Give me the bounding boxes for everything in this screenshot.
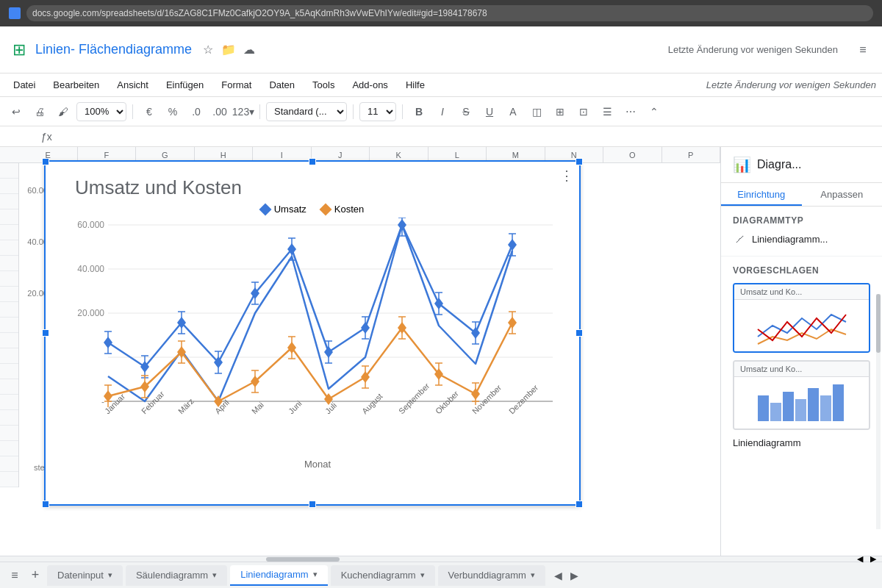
svg-text:März: März	[176, 396, 196, 415]
svg-text:40.000: 40.000	[77, 264, 104, 274]
legend-umsatz-icon	[259, 203, 271, 215]
hamburger-icon[interactable]: ≡	[856, 43, 870, 57]
undo-btn[interactable]: ↩	[6, 101, 26, 122]
svg-text:-: -	[101, 397, 104, 407]
scroll-left-btn[interactable]: ◀	[854, 553, 866, 565]
menu-daten[interactable]: Daten	[262, 76, 302, 93]
merge-btn[interactable]: ⊡	[573, 101, 594, 122]
suggested-card-2-body[interactable]	[734, 377, 869, 429]
hamburger-sheets-icon[interactable]: ≡	[6, 567, 24, 584]
add-sheet-btn[interactable]: +	[26, 567, 44, 584]
tab-nav-left[interactable]: ◀	[551, 568, 566, 583]
handle-mid-right[interactable]	[576, 329, 583, 337]
last-saved-menu: Letzte Änderung vor wenigen Sekunden	[706, 79, 876, 90]
legend-kosten-icon	[319, 203, 331, 215]
menu-format[interactable]: Format	[214, 76, 259, 93]
chart-type-name: Liniendiagramm...	[752, 234, 828, 245]
svg-rect-137	[758, 395, 769, 421]
suggested-card-1-body[interactable]	[734, 300, 869, 351]
suggested-label: VORGESCHLAGEN	[733, 265, 870, 276]
bold-btn[interactable]: B	[409, 101, 429, 122]
menu-hilfe[interactable]: Hilfe	[398, 76, 432, 93]
collapse-btn[interactable]: ⌃	[644, 101, 664, 122]
menu-bearbeiten[interactable]: Bearbeiten	[46, 76, 107, 93]
text-color-btn[interactable]: A	[503, 101, 523, 122]
italic-btn[interactable]: I	[432, 101, 453, 122]
scroll-right-btn[interactable]: ▶	[867, 553, 879, 565]
toolbar: ↩ 🖨 🖌 100% € % .0 .00 123▾ Standard (...…	[0, 97, 882, 126]
handle-top-mid[interactable]	[309, 158, 316, 165]
more-btn[interactable]: ⋯	[620, 101, 641, 122]
align-btn[interactable]: ☰	[597, 101, 617, 122]
tab-anpassen[interactable]: Anpassen	[802, 183, 883, 206]
dec2-btn[interactable]: .00	[209, 101, 230, 122]
tab-einrichtung[interactable]: Einrichtung	[721, 183, 802, 206]
doc-action-icons: ☆ 📁 ☁	[201, 43, 257, 57]
font-style-select[interactable]: Standard (...	[266, 102, 347, 121]
star-icon[interactable]: ☆	[201, 43, 215, 57]
menu-tools[interactable]: Tools	[305, 76, 342, 93]
legend-kosten: Kosten	[321, 204, 364, 215]
svg-marker-109	[434, 298, 443, 309]
chart-menu-btn[interactable]: ⋮	[560, 168, 573, 184]
diagram-type-section: Diagrammtyp ⟋ Liniendiagramm...	[721, 207, 882, 257]
handle-bottom-mid[interactable]	[309, 501, 316, 508]
legend-kosten-label: Kosten	[334, 204, 364, 215]
bottom-bar: ≡ + Dateninput ▾ Säulendiagramm ▾ Linien…	[0, 562, 882, 588]
handle-top-left[interactable]	[42, 158, 49, 165]
svg-text:Februar: Februar	[140, 389, 166, 415]
formula-input[interactable]	[58, 131, 876, 142]
svg-text:Dezember: Dezember	[507, 383, 540, 416]
tab-kuchendiagramm[interactable]: Kuchendiagramm ▾	[331, 565, 435, 586]
menu-einfuegen[interactable]: Einfügen	[159, 76, 211, 93]
folder-icon[interactable]: 📁	[221, 43, 236, 57]
sidebar-tabs: Einrichtung Anpassen	[721, 183, 882, 207]
menu-ansicht[interactable]: Ansicht	[110, 76, 156, 93]
header-icons: ⊞	[12, 43, 26, 57]
zoom-select[interactable]: 100%	[76, 102, 126, 121]
col-p: P	[662, 147, 721, 162]
suggested-card-1[interactable]: Umsatz und Ko...	[733, 283, 870, 353]
app-header: ⊞ Linien- Flächendiagramme ☆ 📁 ☁ Letzte …	[0, 26, 882, 74]
h-scrollbar[interactable]: ◀ ▶	[0, 556, 882, 562]
h-scrollbar-thumb[interactable]	[266, 557, 340, 562]
sidebar-scrollbar-thumb[interactable]	[876, 294, 881, 353]
svg-rect-142	[820, 395, 831, 421]
handle-top-right[interactable]	[576, 158, 583, 165]
handle-mid-left[interactable]	[42, 329, 49, 337]
paint-format-btn[interactable]: 🖌	[53, 101, 74, 122]
sidebar-scrollbar-track[interactable]	[876, 294, 881, 529]
fill-color-btn[interactable]: ◫	[526, 101, 547, 122]
formula-bar: ƒx	[0, 126, 882, 147]
suggested-card-2[interactable]: Umsatz und Ko...	[733, 360, 870, 430]
tab-liniendiagramm[interactable]: Liniendiagramm ▾	[230, 565, 328, 586]
cloud-icon[interactable]: ☁	[242, 43, 257, 57]
strikethrough-btn[interactable]: S	[456, 101, 476, 122]
currency-btn[interactable]: €	[139, 101, 159, 122]
percent-btn[interactable]: %	[162, 101, 183, 122]
tab-saeulendiagramm[interactable]: Säulendiagramm ▾	[126, 565, 227, 586]
dec0-btn[interactable]: .0	[186, 101, 207, 122]
chart-widget[interactable]: ⋮ Umsatz und Kosten Umsatz Kosten	[44, 160, 581, 506]
border-btn[interactable]: ⊞	[550, 101, 570, 122]
format123-btn[interactable]: 123▾	[233, 101, 254, 122]
tab-dateninput[interactable]: Dateninput ▾	[47, 565, 123, 586]
liniendiagramm-section: Liniendiagramm	[733, 437, 870, 448]
print-btn[interactable]: 🖨	[29, 101, 50, 122]
suggested-card-2-title: Umsatz und Ko...	[734, 362, 869, 377]
legend-umsatz: Umsatz	[261, 204, 306, 215]
handle-bottom-left[interactable]	[42, 501, 49, 508]
svg-text:September: September	[397, 381, 431, 416]
main-area: E F G H I J K L M N O P	[0, 147, 882, 556]
underline-btn[interactable]: U	[479, 101, 500, 122]
font-size-select[interactable]: 11	[359, 102, 396, 121]
tab-nav-right[interactable]: ▶	[567, 568, 582, 583]
scroll-nav: ◀ ▶	[854, 553, 879, 565]
tab-verbunddiagramm[interactable]: Verbunddiagramm ▾	[438, 565, 545, 586]
chart-title: Umsatz und Kosten	[46, 162, 579, 199]
svg-rect-143	[833, 384, 844, 421]
handle-bottom-right[interactable]	[576, 501, 583, 508]
menu-datei[interactable]: Datei	[6, 76, 43, 93]
menu-addons[interactable]: Add-ons	[345, 76, 395, 93]
tab-liniendiagramm-arrow: ▾	[313, 570, 318, 579]
